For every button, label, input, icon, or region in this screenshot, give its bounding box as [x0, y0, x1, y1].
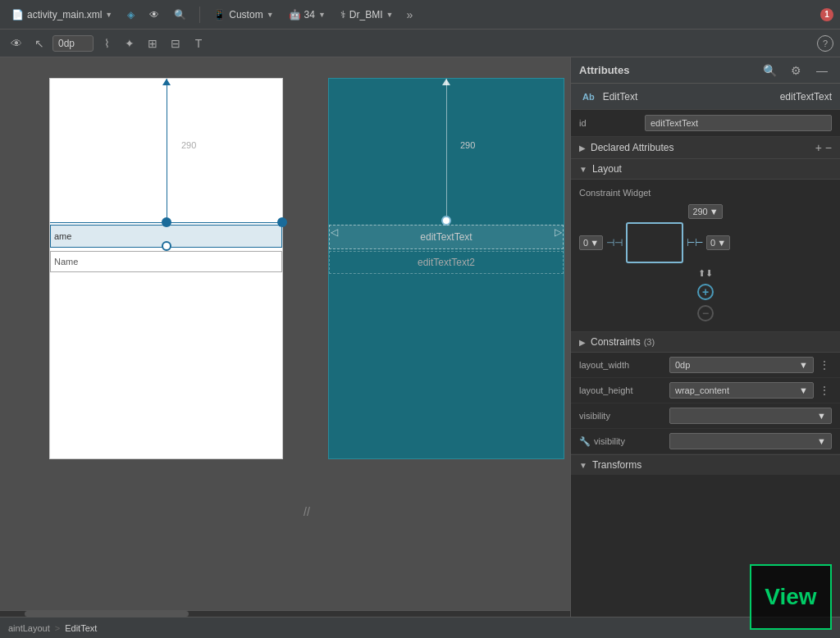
custom-dropdown[interactable]: 📱 Custom ▼ [208, 7, 278, 22]
visibility-value: ▼ [669, 408, 832, 424]
breadcrumb-parent[interactable]: aintLayout [8, 623, 50, 633]
attr-subheader: Ab EditText editTextText [571, 84, 840, 110]
cw-box [626, 222, 683, 263]
device-icon: 📱 [213, 9, 226, 21]
eye-toggle-btn[interactable]: 👁 [7, 34, 26, 53]
build-dropdown[interactable]: 🤖 34 ▼ [284, 7, 331, 22]
h-scrollbar-thumb[interactable] [25, 611, 189, 617]
declared-minus-icon[interactable]: − [825, 141, 832, 154]
transforms-chevron-icon: ▼ [579, 461, 587, 470]
doctor-dropdown[interactable]: ⚕ Dr_BMI ▼ [336, 7, 399, 22]
top-toolbar: 📄 activity_main.xml ▼ ◈ 👁 🔍 📱 Custom ▼ 🤖… [0, 0, 840, 30]
visibility-tool-label: visibility [594, 436, 625, 446]
cw-top-row: 290 ▼ [579, 204, 832, 219]
layout-width-row: layout_width 0dp ▼ ⋮ [571, 353, 840, 378]
teal-arrow-up [442, 79, 450, 85]
layout-width-dropdown[interactable]: 0dp ▼ [669, 357, 814, 373]
layout-height-label: layout_height [579, 385, 669, 395]
breadcrumb-current[interactable]: EditText [65, 623, 97, 633]
visibility-tool-label-group: 🔧 visibility [579, 436, 669, 447]
design-icon-btn[interactable]: ◈ [122, 7, 139, 22]
layout-title: Layout [592, 163, 622, 175]
layout-width-chevron-icon: ▼ [799, 360, 808, 370]
overflow-icon[interactable]: » [403, 8, 416, 21]
second-toolbar: 👁 ↖ 0dp ⌇ ✦ ⊞ ⊟ T ? [0, 30, 840, 57]
cw-right-chevron-icon: ▼ [717, 238, 726, 248]
declared-chevron-icon: ▶ [579, 144, 586, 153]
separator1 [199, 7, 200, 23]
file-tab[interactable]: 📄 activity_main.xml ▼ [7, 7, 117, 22]
align-btn[interactable]: ⊟ [166, 34, 185, 53]
select-btn[interactable]: ↖ [30, 34, 49, 53]
attr-search-icon[interactable]: 🔍 [760, 61, 779, 80]
cw-minus-button[interactable]: − [697, 305, 714, 321]
constraint-widget: Constraint Widget 290 ▼ 0 ▼ ⊣⊣ [571, 180, 840, 332]
grid-btn[interactable]: ⊞ [143, 34, 162, 53]
android-icon: 🤖 [289, 9, 301, 21]
magnify-icon-btn[interactable]: 🔍 [169, 7, 191, 22]
cw-right-select[interactable]: 0 ▼ [706, 235, 730, 250]
attr-body: id editTextText ▶ Declared Attributes + … [571, 110, 840, 617]
error-badge[interactable]: 1 [820, 8, 833, 21]
constraints-count: (3) [644, 337, 655, 347]
layout-height-extra-icon[interactable]: ⋮ [817, 383, 832, 398]
layout-section-header[interactable]: ▼ Layout [571, 159, 840, 180]
text-btn[interactable]: T [189, 34, 208, 53]
layout-width-value: 0dp ▼ ⋮ [669, 357, 832, 373]
visibility-tool-row: 🔧 visibility ▼ [571, 429, 840, 454]
constraints-section-header[interactable]: ▶ Constraints (3) [571, 332, 840, 353]
edittext-bar-white2[interactable]: Name [50, 251, 282, 272]
layout-height-value: wrap_content ▼ ⋮ [669, 382, 832, 399]
layout-width-extra-icon[interactable]: ⋮ [817, 358, 832, 372]
visibility-label: visibility [579, 411, 669, 421]
teal-edittext2[interactable]: editTextText2 [329, 251, 564, 274]
teal-edittext[interactable]: editTextText [329, 225, 564, 249]
doctor-label: Dr_BMI [349, 9, 383, 21]
cw-middle-row: 0 ▼ ⊣⊣ ⊢⊢ 0 ▼ [579, 222, 832, 263]
h-scrollbar[interactable] [0, 610, 570, 617]
id-row: id editTextText [571, 110, 840, 137]
cw-plus-button[interactable]: + [697, 284, 714, 300]
error-count: 1 [824, 10, 829, 19]
declared-plus-icon[interactable]: + [815, 141, 822, 154]
attributes-panel: Attributes 🔍 ⚙ — Ab EditText editTextTex… [570, 57, 840, 617]
layout-chevron-icon: ▼ [579, 165, 587, 174]
center-handle-2[interactable] [162, 241, 171, 251]
eye-icon-btn[interactable]: 👁 [144, 7, 164, 22]
curve-btn[interactable]: ⌇ [97, 34, 116, 53]
doctor-chevron-icon: ▼ [386, 11, 394, 19]
cw-right-value: 0 [710, 238, 715, 248]
cw-label: Constraint Widget [579, 188, 832, 198]
cw-left-select[interactable]: 0 ▼ [579, 235, 603, 250]
cw-top-chevron-icon: ▼ [710, 207, 719, 216]
file-chevron-icon: ▼ [105, 11, 112, 19]
main-area: 290 ame Name 290 [0, 57, 840, 617]
teal-vline [446, 79, 447, 222]
declared-section-header[interactable]: ▶ Declared Attributes + − [571, 137, 840, 159]
cw-top-select[interactable]: 290 ▼ [688, 204, 722, 219]
constraints-title: Constraints [591, 336, 641, 348]
zoom-input[interactable]: 0dp [52, 35, 94, 52]
eye-icon: 👁 [149, 9, 159, 21]
visibility-tool-chevron-icon: ▼ [817, 436, 826, 446]
visibility-dropdown[interactable]: ▼ [669, 408, 832, 424]
teal-preview[interactable]: 290 ◁ ▷ editTextText editTextText2 [328, 78, 564, 459]
attr-type-badge: Ab [579, 91, 598, 103]
layout-width-label: layout_width [579, 360, 669, 370]
cw-right-arrow-icon: ⊢⊢ [687, 237, 703, 248]
attr-settings-icon[interactable]: ⚙ [786, 61, 806, 80]
magic-btn[interactable]: ✦ [120, 34, 139, 53]
attr-header-icons: 🔍 ⚙ — [760, 61, 832, 80]
white-preview[interactable]: 290 ame Name [49, 78, 283, 459]
attr-panel-header: Attributes 🔍 ⚙ — [571, 57, 840, 84]
declared-title: Declared Attributes [591, 142, 673, 153]
design-panel[interactable]: 290 ame Name 290 [0, 57, 570, 617]
help-button[interactable]: ? [817, 35, 833, 52]
layout-height-dropdown[interactable]: wrap_content ▼ [669, 382, 814, 399]
drag-indicator: // [304, 505, 310, 518]
id-input[interactable]: editTextText [645, 115, 832, 131]
transforms-section-header[interactable]: ▼ Transforms [571, 454, 840, 475]
attr-minimize-icon[interactable]: — [812, 61, 832, 80]
visibility-tool-dropdown[interactable]: ▼ [669, 433, 832, 449]
view-label: View [765, 584, 816, 610]
